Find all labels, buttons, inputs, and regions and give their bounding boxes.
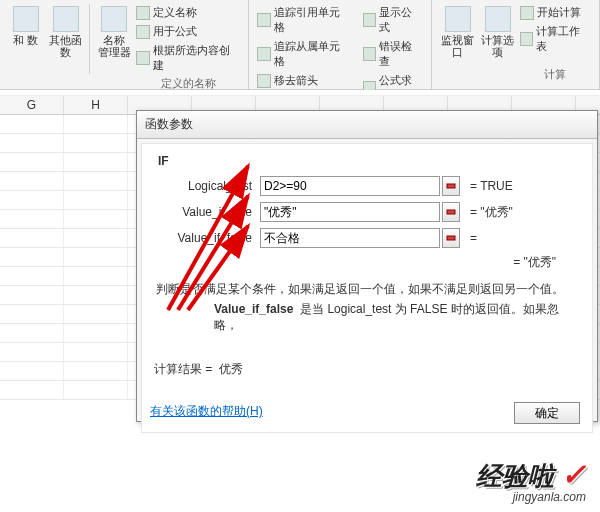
trace-dependents-button[interactable]: 追踪从属单元格	[255, 38, 352, 70]
ribbon-group-audit: 追踪引用单元格 追踪从属单元格 移去箭头 显示公式 错误检查 公式求值 公式审核	[249, 0, 432, 89]
collapse-dialog-icon[interactable]	[442, 176, 460, 196]
use-in-formula-button[interactable]: 用于公式	[134, 23, 242, 40]
svg-rect-1	[447, 210, 455, 214]
svg-rect-2	[447, 236, 455, 240]
arg-eval-value-if-false: =	[470, 231, 477, 245]
calculate-sheet-button[interactable]: 计算工作表	[518, 23, 593, 55]
group-title-names: 定义的名称	[134, 76, 242, 91]
svg-line-4	[178, 196, 248, 310]
svg-rect-0	[447, 184, 455, 188]
svg-line-3	[168, 166, 248, 310]
arg-input-logical-test[interactable]	[260, 176, 440, 196]
arg-eval-logical-test: = TRUE	[470, 179, 513, 193]
show-formulas-button[interactable]: 显示公式	[361, 4, 426, 36]
ok-button[interactable]: 确定	[514, 402, 580, 424]
help-link[interactable]: 有关该函数的帮助(H)	[150, 403, 263, 420]
create-from-selection-button[interactable]: 根据所选内容创建	[134, 42, 242, 74]
check-icon: ✓	[561, 458, 586, 491]
ribbon: 和 数 其他函数 名称 管理器 定义名称 用于公式 根据所选内容创建 定义的名称…	[0, 0, 600, 90]
autosum-button[interactable]: 和 数	[6, 4, 46, 48]
trace-precedents-button[interactable]: 追踪引用单元格	[255, 4, 352, 36]
watch-window-button[interactable]: 监视窗口	[438, 4, 478, 60]
calculate-now-button[interactable]: 开始计算	[518, 4, 593, 21]
remove-arrows-button[interactable]: 移去箭头	[255, 72, 352, 89]
define-name-button[interactable]: 定义名称	[134, 4, 242, 21]
arg-input-value-if-false[interactable]	[260, 228, 440, 248]
collapse-dialog-icon[interactable]	[442, 228, 460, 248]
ribbon-group-names: 和 数 其他函数 名称 管理器 定义名称 用于公式 根据所选内容创建 定义的名称	[0, 0, 249, 89]
result-line: 计算结果 = 优秀	[154, 361, 580, 378]
error-checking-button[interactable]: 错误检查	[361, 38, 426, 70]
col-header-g[interactable]: G	[0, 96, 64, 114]
annotation-arrow-icon	[148, 140, 268, 320]
calc-options-button[interactable]: 计算选项	[478, 4, 518, 60]
arg-input-value-if-true[interactable]	[260, 202, 440, 222]
arg-eval-value-if-true: = "优秀"	[470, 204, 513, 221]
group-title-calc: 计算	[518, 67, 593, 82]
svg-line-5	[188, 226, 248, 310]
other-functions-button[interactable]: 其他函数	[46, 4, 86, 60]
col-header-h[interactable]: H	[64, 96, 128, 114]
argument-description: Value_if_false 是当 Logical_test 为 FALSE 时…	[214, 301, 578, 333]
ribbon-group-calc: 监视窗口 计算选项 开始计算 计算工作表 计算	[432, 0, 600, 89]
watermark: 经验啦 ✓ jingyanla.com	[476, 457, 586, 504]
dialog-title: 函数参数	[137, 111, 597, 139]
collapse-dialog-icon[interactable]	[442, 202, 460, 222]
name-manager-button[interactable]: 名称 管理器	[94, 4, 134, 60]
